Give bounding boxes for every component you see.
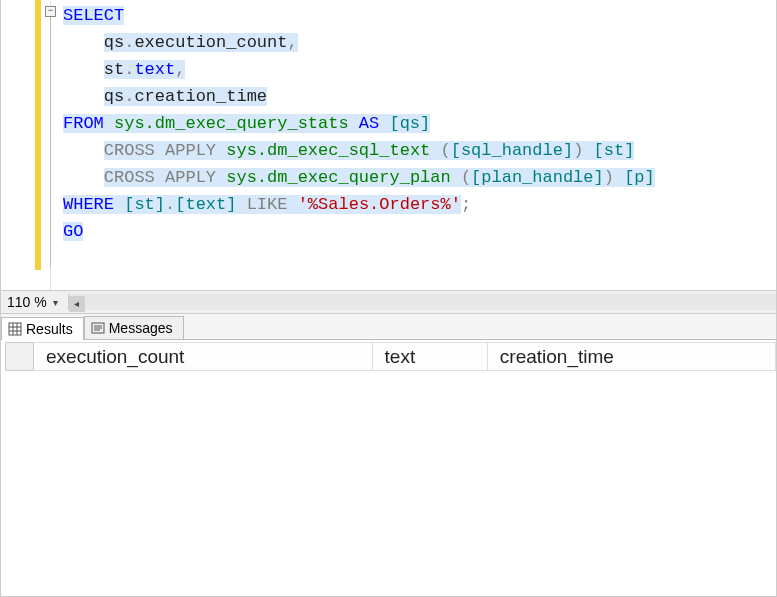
grid-icon — [8, 322, 22, 336]
tab-results[interactable]: Results — [1, 317, 84, 340]
code-line: SELECT — [63, 2, 776, 29]
column-header[interactable]: execution_count — [34, 343, 373, 371]
code-line: FROM sys.dm_exec_query_stats AS [qs] — [63, 110, 776, 137]
table-header-row: execution_count text creation_time — [6, 343, 776, 371]
code-line: st.text, — [63, 56, 776, 83]
zoom-bar: 110 % ▾ ◂ — [0, 290, 777, 314]
tab-results-label: Results — [26, 321, 73, 337]
editor-gutter: − — [1, 0, 51, 290]
column-header[interactable]: creation_time — [487, 343, 775, 371]
code-line: CROSS APPLY sys.dm_exec_sql_text ([sql_h… — [63, 137, 776, 164]
column-header[interactable]: text — [372, 343, 487, 371]
code-line: CROSS APPLY sys.dm_exec_query_plan ([pla… — [63, 164, 776, 191]
row-header-corner[interactable] — [6, 343, 34, 371]
collapse-guide — [50, 17, 51, 267]
scroll-left-icon[interactable]: ◂ — [69, 296, 85, 312]
collapse-toggle[interactable]: − — [45, 6, 56, 17]
results-tabs: Results Messages — [0, 314, 777, 340]
code-line: qs.execution_count, — [63, 29, 776, 56]
horizontal-scrollbar[interactable]: ◂ — [68, 294, 776, 310]
code-line: WHERE [st].[text] LIKE '%Sales.Orders%'; — [63, 191, 776, 218]
code-line: GO — [63, 218, 776, 245]
messages-icon — [91, 321, 105, 335]
code-text[interactable]: SELECT qs.execution_count, st.text, qs.c… — [51, 0, 776, 290]
results-grid[interactable]: execution_count text creation_time — [5, 342, 776, 371]
zoom-dropdown-icon[interactable]: ▾ — [49, 297, 62, 308]
svg-rect-0 — [9, 323, 21, 335]
change-indicator — [35, 0, 41, 270]
zoom-level[interactable]: 110 % — [5, 294, 49, 310]
tab-messages-label: Messages — [109, 320, 173, 336]
sql-editor[interactable]: − SELECT qs.execution_count, st.text, qs… — [0, 0, 777, 290]
results-pane: execution_count text creation_time — [0, 340, 777, 597]
tab-messages[interactable]: Messages — [84, 316, 184, 339]
code-line: qs.creation_time — [63, 83, 776, 110]
